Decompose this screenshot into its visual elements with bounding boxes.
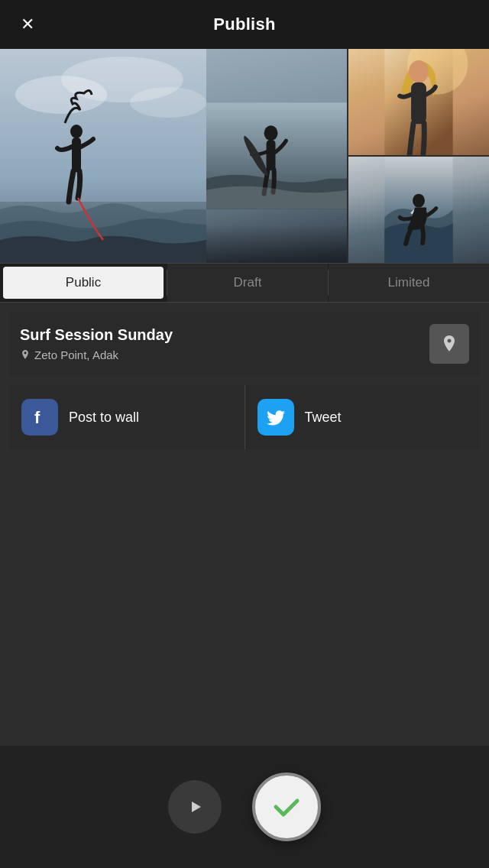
facebook-logo: f xyxy=(29,406,50,428)
preview-play-button[interactable] xyxy=(168,780,222,834)
confirm-publish-button[interactable] xyxy=(252,772,321,841)
location-pin-icon xyxy=(20,350,31,361)
svg-point-5 xyxy=(70,125,83,138)
photo-main xyxy=(0,49,206,263)
facebook-icon: f xyxy=(21,399,58,436)
visibility-tabs: Public Draft Limited xyxy=(0,263,489,303)
session-title: Surf Session Sunday xyxy=(20,326,173,344)
facebook-share-label: Post to wall xyxy=(69,410,139,426)
change-location-button[interactable] xyxy=(429,324,469,364)
play-icon xyxy=(186,798,204,816)
photo-thumb-3 xyxy=(348,49,489,155)
session-info-card: Surf Session Sunday Zeto Point, Adak xyxy=(9,312,480,376)
page-title: Publish xyxy=(213,15,276,34)
map-pin-icon xyxy=(439,334,459,354)
twitter-icon xyxy=(257,399,294,436)
bottom-toolbar xyxy=(0,746,489,868)
svg-marker-18 xyxy=(192,802,201,812)
svg-rect-9 xyxy=(267,140,276,170)
photo-right-grid xyxy=(206,49,489,263)
svg-point-8 xyxy=(264,125,278,141)
svg-rect-6 xyxy=(72,138,81,172)
session-text: Surf Session Sunday Zeto Point, Adak xyxy=(20,326,173,361)
twitter-share-label: Tweet xyxy=(305,410,342,426)
tab-limited[interactable]: Limited xyxy=(329,264,489,302)
photo-thumb-4 xyxy=(348,157,489,263)
twitter-share-button[interactable]: Tweet xyxy=(245,385,481,449)
twitter-logo xyxy=(265,406,287,428)
svg-point-16 xyxy=(413,194,425,208)
photo-thumb-2 xyxy=(206,49,347,263)
share-options: f Post to wall Tweet xyxy=(9,385,480,449)
svg-rect-14 xyxy=(411,83,426,125)
svg-point-13 xyxy=(409,60,429,83)
session-location: Zeto Point, Adak xyxy=(20,348,173,361)
photo-grid xyxy=(0,49,489,263)
tab-public[interactable]: Public xyxy=(3,267,164,299)
location-text: Zeto Point, Adak xyxy=(34,348,118,361)
header: ✕ Publish xyxy=(0,0,489,49)
svg-text:f: f xyxy=(34,408,40,427)
facebook-share-button[interactable]: f Post to wall xyxy=(9,385,245,449)
tab-draft[interactable]: Draft xyxy=(167,264,328,302)
checkmark-icon xyxy=(270,790,303,824)
svg-point-3 xyxy=(130,87,206,118)
close-button[interactable]: ✕ xyxy=(14,11,41,38)
